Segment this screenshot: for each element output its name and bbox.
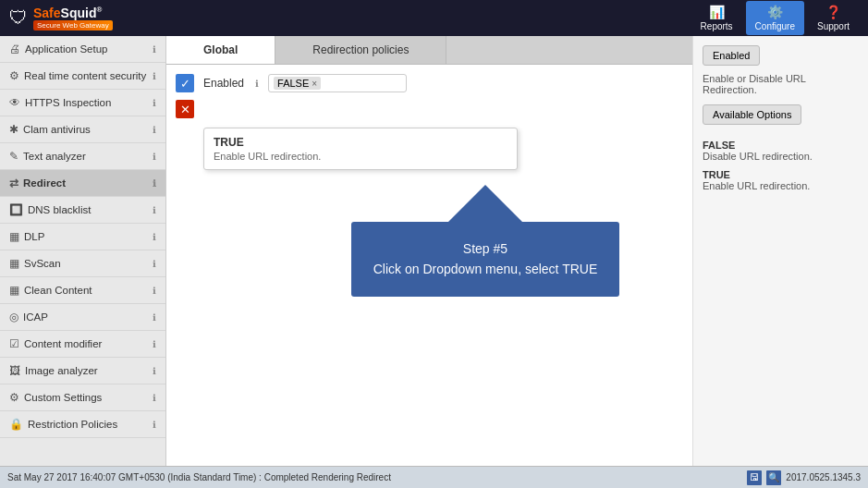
dropdown-item-desc: Enable URL redirection.	[214, 151, 507, 162]
nav-right: 📊 Reports ⚙️ Configure ❓ Support	[691, 1, 859, 35]
rp-true-title: TRUE	[703, 169, 859, 180]
rp-false-desc: Disable URL redirection.	[703, 151, 859, 162]
logo-text: SafeSquid®	[33, 6, 113, 20]
dropdown-menu: TRUE Enable URL redirection.	[203, 128, 518, 170]
content-area: Global Redirection policies ✓ Enabled ℹ …	[166, 36, 692, 466]
sidebar-item-restriction[interactable]: 🔒 Restriction Policies ℹ	[0, 411, 165, 438]
sidebar-item-image[interactable]: 🖼 Image analyzer ℹ	[0, 358, 165, 384]
rp-false-title: FALSE	[703, 140, 859, 151]
tab-redirection[interactable]: Redirection policies	[275, 36, 446, 64]
tab-global[interactable]: Global	[166, 36, 275, 64]
reports-label: Reports	[701, 21, 733, 31]
enabled-checkbox[interactable]: ✓	[176, 74, 194, 92]
statusbar: Sat May 27 2017 16:40:07 GMT+0530 (India…	[0, 466, 868, 488]
image-icon: 🖼	[9, 364, 20, 377]
application-setup-icon: 🖨	[9, 43, 20, 55]
sidebar-label: Restriction Policies	[28, 419, 117, 430]
svscan-icon: ▦	[9, 257, 19, 270]
realtime-icon: ⚙	[9, 69, 19, 82]
status-icon-2[interactable]: 🔍	[766, 470, 781, 485]
sidebar-item-content[interactable]: ☑ Content modifier ℹ	[0, 331, 165, 358]
help-icon: ℹ	[153, 366, 156, 376]
sidebar-item-application-setup[interactable]: 🖨 Application Setup ℹ	[0, 36, 165, 63]
enabled-row: ✓ Enabled ℹ FALSE ×	[176, 74, 683, 92]
sidebar-item-text[interactable]: ✎ Text analyzer ℹ	[0, 143, 165, 170]
sidebar-item-clean[interactable]: ▦ Clean Content ℹ	[0, 277, 165, 304]
clean-icon: ▦	[9, 284, 19, 297]
tag-close-btn[interactable]: ×	[312, 79, 317, 89]
sidebar-item-dns[interactable]: 🔲 DNS blacklist ℹ	[0, 197, 165, 224]
sidebar-label: DLP	[24, 231, 44, 242]
text-icon: ✎	[9, 150, 18, 163]
sidebar-item-redirect[interactable]: ⇄ Redirect ℹ	[0, 170, 165, 197]
nav-support[interactable]: ❓ Support	[808, 1, 859, 35]
restriction-icon: 🔒	[9, 418, 23, 431]
support-label: Support	[817, 21, 850, 31]
help-icon: ℹ	[153, 125, 156, 135]
sidebar-label: Redirect	[23, 177, 66, 189]
dropdown-item-true[interactable]: TRUE Enable URL redirection.	[204, 128, 517, 169]
callout-line2: Click on Dropdown menu, select TRUE	[365, 259, 605, 279]
sidebar-label: Real time content security	[24, 70, 146, 81]
help-icon: ℹ	[153, 71, 156, 81]
logo-icon: 🛡	[9, 7, 28, 29]
sidebar-item-svscan[interactable]: ▦ SvScan ℹ	[0, 250, 165, 277]
callout-box: Step #5 Click on Dropdown menu, select T…	[351, 222, 619, 297]
enabled-label: Enabled	[203, 77, 244, 90]
content-icon: ☑	[9, 337, 19, 350]
main-layout: 🖨 Application Setup ℹ ⚙ Real time conten…	[0, 36, 868, 466]
tab-redirection-label: Redirection policies	[312, 43, 409, 56]
reports-icon: 📊	[709, 5, 725, 19]
statusbar-right: 🖫 🔍 2017.0525.1345.3	[747, 470, 861, 485]
tabs: Global Redirection policies	[166, 36, 692, 65]
sidebar-item-clam[interactable]: ✱ Clam antivirus ℹ	[0, 116, 165, 143]
redirect-icon: ⇄	[9, 177, 18, 189]
status-icon-1[interactable]: 🖫	[747, 470, 762, 485]
sidebar-label: HTTPS Inspection	[25, 97, 111, 108]
rp-available-btn[interactable]: Available Options	[703, 104, 801, 125]
sidebar-label: Application Setup	[25, 43, 108, 55]
dlp-icon: ▦	[9, 230, 19, 243]
sidebar-label: Clean Content	[24, 285, 92, 296]
configure-label: Configure	[755, 21, 795, 31]
dropdown-item-title: TRUE	[214, 136, 507, 149]
sidebar: 🖨 Application Setup ℹ ⚙ Real time conten…	[0, 36, 166, 466]
clam-icon: ✱	[9, 123, 18, 136]
nav-reports[interactable]: 📊 Reports	[691, 1, 742, 35]
false-tag: FALSE ×	[274, 77, 321, 90]
sidebar-label: Clam antivirus	[23, 124, 91, 135]
help-icon: ℹ	[153, 152, 156, 162]
logo-sub: Secure Web Gateway	[33, 20, 113, 30]
configure-icon: ⚙️	[767, 5, 783, 19]
help-icon: ℹ	[153, 339, 156, 349]
select-dropdown[interactable]: FALSE ×	[268, 74, 407, 92]
sidebar-item-custom[interactable]: ⚙ Custom Settings ℹ	[0, 384, 165, 411]
version-text: 2017.0525.1345.3	[786, 472, 861, 482]
sidebar-item-dlp[interactable]: ▦ DLP ℹ	[0, 224, 165, 250]
rp-enabled-btn[interactable]: Enabled	[703, 45, 760, 66]
help-icon: ℹ	[153, 259, 156, 269]
sidebar-item-realtime[interactable]: ⚙ Real time content security ℹ	[0, 63, 165, 90]
help-icon: ℹ	[153, 178, 156, 189]
tag-value: FALSE	[277, 78, 309, 89]
main-panel: ✓ Enabled ℹ FALSE × ✕ TRUE Enable URL r	[166, 65, 692, 466]
callout: Step #5 Click on Dropdown menu, select T…	[351, 185, 619, 297]
sidebar-label: ICAP	[23, 311, 48, 323]
help-icon: ℹ	[153, 312, 156, 323]
sidebar-item-https[interactable]: 👁 HTTPS Inspection ℹ	[0, 90, 165, 116]
help-icon: ℹ	[153, 232, 156, 242]
help-icon: ℹ	[153, 286, 156, 296]
callout-line1: Step #5	[365, 238, 605, 259]
status-text: Sat May 27 2017 16:40:07 GMT+0530 (India…	[7, 472, 391, 482]
sidebar-label: DNS blacklist	[28, 204, 91, 215]
help-icon: ℹ	[153, 393, 156, 403]
nav-configure[interactable]: ⚙️ Configure	[746, 1, 804, 35]
sidebar-label: SvScan	[24, 258, 61, 269]
help-icon: ℹ	[153, 420, 156, 430]
sidebar-item-icap[interactable]: ◎ ICAP ℹ	[0, 304, 165, 331]
sidebar-label: Image analyzer	[25, 365, 98, 376]
sidebar-label: Text analyzer	[23, 151, 86, 162]
right-panel: Enabled Enable or Disable URL Redirectio…	[692, 36, 868, 466]
x-row: ✕	[176, 100, 683, 118]
delete-btn[interactable]: ✕	[176, 100, 194, 118]
